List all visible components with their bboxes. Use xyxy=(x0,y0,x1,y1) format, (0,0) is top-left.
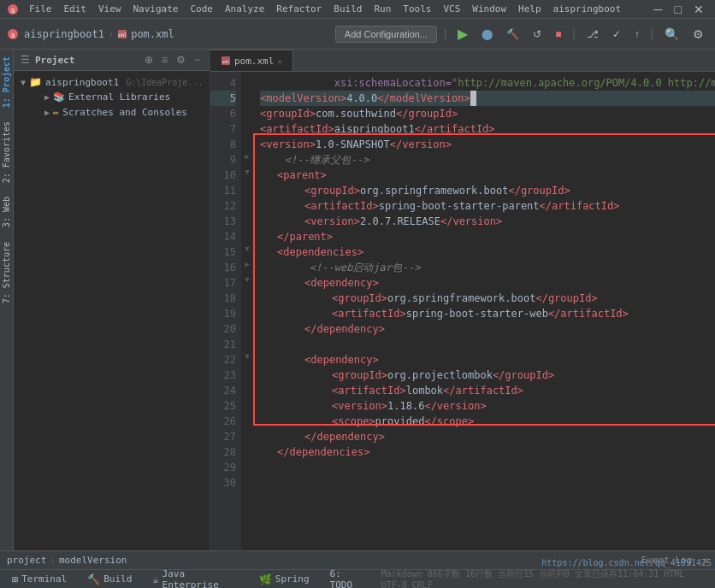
code-line-23: <groupId>org.projectlombok</groupId> xyxy=(260,368,715,383)
run-again-button[interactable]: ↺ xyxy=(529,26,546,42)
fold-17[interactable]: ▼ xyxy=(241,272,253,287)
status-breadcrumb: project › modelVersion xyxy=(7,555,127,566)
fold-7 xyxy=(241,118,253,133)
fold-22[interactable]: ▼ xyxy=(241,349,253,364)
tree-root-item[interactable]: ▼ 📁 aispringboot1 G:\IdeaProje... xyxy=(14,74,210,90)
tab-spring[interactable]: 🌿 Spring xyxy=(254,572,315,587)
fold-gutter: ▶ ▼ ▼ ▶ ▼ ▼ xyxy=(241,72,253,550)
menu-analyze[interactable]: Analyze xyxy=(220,2,269,16)
fold-29 xyxy=(241,456,253,472)
tab-close-icon[interactable]: ✕ xyxy=(277,56,282,66)
menu-help[interactable]: Help xyxy=(513,2,547,16)
commit-button[interactable]: ✓ xyxy=(608,26,625,42)
status-model-version[interactable]: modelVersion xyxy=(59,555,127,566)
fold-15[interactable]: ▼ xyxy=(241,241,253,256)
menu-run[interactable]: Run xyxy=(369,2,396,16)
line-num-9: 9 xyxy=(210,152,236,168)
push-button[interactable]: ↑ xyxy=(630,26,644,42)
fold-18 xyxy=(241,287,253,303)
menu-edit[interactable]: Edit xyxy=(59,2,92,16)
line-num-29: 29 xyxy=(210,460,236,475)
menu-bar: a File Edit View Navigate Code Analyze R… xyxy=(0,0,715,19)
line-num-7: 7 xyxy=(210,121,236,137)
editor-tabs: xml pom.xml ✕ xyxy=(210,50,715,72)
pom-file-icon: xml xyxy=(117,29,127,39)
code-line-13: <version>2.0.7.RELEASE</version> xyxy=(260,214,715,229)
project-dropdown-icon: ☰ xyxy=(21,54,30,66)
build-button[interactable]: 🔨 xyxy=(502,26,523,42)
tab-todo[interactable]: 6: TODO xyxy=(325,567,371,589)
line-numbers: 4 5 6 7 8 9 10 11 12 13 14 15 16 17 18 1… xyxy=(210,72,241,550)
tree-scratches[interactable]: ▶ ✏ Scratches and Consoles xyxy=(14,104,210,120)
status-project[interactable]: project xyxy=(7,555,46,566)
code-editor[interactable]: 4 5 6 7 8 9 10 11 12 13 14 15 16 17 18 1… xyxy=(210,72,715,550)
fold-10[interactable]: ▼ xyxy=(241,164,253,179)
breadcrumb-file[interactable]: pom.xml xyxy=(131,28,174,40)
editor-area: xml pom.xml ✕ 4 5 6 7 8 9 10 11 12 13 14… xyxy=(210,50,715,550)
menu-view[interactable]: View xyxy=(93,2,127,16)
menu-refactor[interactable]: Refactor xyxy=(271,2,327,16)
tab-terminal[interactable]: ⊞ Terminal xyxy=(7,572,72,587)
line-num-4: 4 xyxy=(210,75,236,91)
code-line-24: <artifactId>lombok</artifactId> xyxy=(260,383,715,398)
code-content[interactable]: xsi:schemaLocation="http://maven.apache.… xyxy=(253,72,715,550)
search-everywhere-button[interactable]: 🔍 xyxy=(660,26,683,43)
add-configuration-button[interactable]: Add Configuration... xyxy=(335,26,437,43)
fold-16[interactable]: ▶ xyxy=(241,256,253,272)
menu-tools[interactable]: Tools xyxy=(398,2,436,16)
side-tab-favorites[interactable]: 2: Favorites xyxy=(0,115,13,190)
panel-title: Project xyxy=(35,55,74,66)
side-tab-web[interactable]: 3: Web xyxy=(0,190,13,234)
menu-window[interactable]: Window xyxy=(467,2,511,16)
line-num-23: 23 xyxy=(210,368,236,383)
locate-file-button[interactable]: ⊕ xyxy=(142,53,156,67)
fold-26 xyxy=(241,410,253,426)
tree-external-libraries[interactable]: ▶ 📚 External Libraries xyxy=(14,90,210,104)
line-num-5: 5 xyxy=(210,91,236,106)
menu-code[interactable]: Code xyxy=(185,2,218,16)
line-num-19: 19 xyxy=(210,306,236,321)
fold-28 xyxy=(241,441,253,456)
maximize-button[interactable]: □ xyxy=(671,1,686,18)
fold-8 xyxy=(241,133,253,149)
collapse-all-button[interactable]: ≡ xyxy=(159,53,170,67)
debug-button[interactable]: ⬤ xyxy=(477,26,497,42)
svg-text:a: a xyxy=(11,32,15,39)
minimize-button[interactable]: ─ xyxy=(650,1,667,18)
code-line-20: </dependency> xyxy=(260,321,715,337)
menu-vcs[interactable]: VCS xyxy=(438,2,465,16)
terminal-label: Terminal xyxy=(21,573,67,585)
panel-settings-button[interactable]: ⚙ xyxy=(174,53,188,67)
line-num-13: 13 xyxy=(210,214,236,229)
hide-panel-button[interactable]: − xyxy=(192,53,203,67)
menu-build[interactable]: Build xyxy=(328,2,367,16)
tab-pom-xml[interactable]: xml pom.xml ✕ xyxy=(210,50,293,71)
fold-9[interactable]: ▶ xyxy=(241,149,253,164)
menu-app[interactable]: aispringboot xyxy=(548,2,626,16)
menu-navigate[interactable]: Navigate xyxy=(128,2,184,16)
settings-button[interactable]: ⚙ xyxy=(688,26,708,43)
tab-build[interactable]: 🔨 Build xyxy=(82,572,137,587)
git-button[interactable]: ⎇ xyxy=(582,26,603,42)
side-tab-project[interactable]: 1: Project xyxy=(0,50,13,115)
xsi-attr: xsi:schemaLocation= xyxy=(260,75,452,91)
fold-13 xyxy=(241,210,253,226)
project-panel: ☰ Project ⊕ ≡ ⚙ − ▼ 📁 aispringboot1 G:\I… xyxy=(14,50,210,550)
code-line-5: <modelVersion>4.0.0</modelVersion> xyxy=(260,91,715,106)
todo-label: 6: TODO xyxy=(330,568,366,589)
side-tab-structure[interactable]: 7: Structure xyxy=(0,235,13,310)
line-num-6: 6 xyxy=(210,106,236,121)
build-label: Build xyxy=(103,573,132,585)
expand-icon: ▶ xyxy=(44,108,50,117)
menu-file[interactable]: File xyxy=(24,2,57,16)
code-line-16: <!--web启动jar包--> xyxy=(260,260,715,275)
stop-button[interactable]: ■ xyxy=(551,26,565,42)
fold-5 xyxy=(241,87,253,103)
close-button[interactable]: ✕ xyxy=(689,1,708,18)
breadcrumb-project[interactable]: aispringboot1 xyxy=(24,28,104,40)
tab-java-enterprise[interactable]: ☕ Java Enterprise xyxy=(147,567,243,589)
code-line-22: <dependency> xyxy=(260,352,715,368)
run-button[interactable]: ▶ xyxy=(453,24,472,44)
xsi-value: "http://maven.apache.org/POM/4.0.0 http:… xyxy=(452,75,715,91)
java-enterprise-icon: ☕ xyxy=(152,573,158,585)
